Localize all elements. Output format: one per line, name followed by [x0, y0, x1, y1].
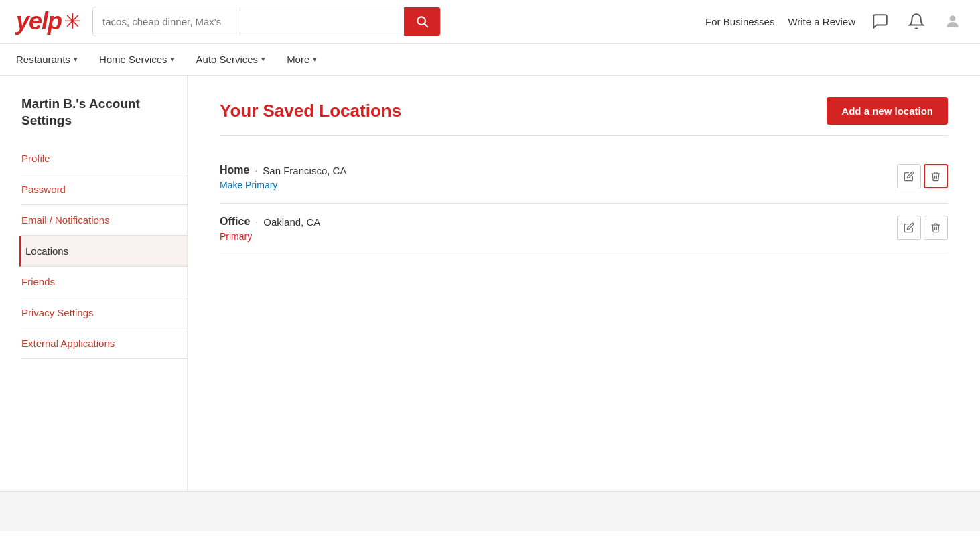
- chevron-down-icon: ▾: [74, 55, 78, 64]
- nav-item-auto-services[interactable]: Auto Services ▾: [196, 44, 266, 75]
- nav-item-more[interactable]: More ▾: [287, 44, 317, 75]
- nav-item-restaurants[interactable]: Restaurants ▾: [16, 44, 78, 75]
- main-content: Your Saved Locations Add a new location …: [188, 76, 980, 491]
- write-review-link[interactable]: Write a Review: [788, 16, 855, 27]
- delete-location-button-office[interactable]: [924, 216, 948, 240]
- location-item-office: Office · Oakland, CA Primary: [220, 204, 948, 255]
- sidebar-item-locations[interactable]: Locations: [19, 236, 187, 267]
- location-buttons-office: [897, 216, 948, 240]
- chevron-down-icon: ▾: [171, 55, 175, 64]
- for-businesses-link[interactable]: For Businesses: [705, 16, 774, 27]
- make-primary-link-home[interactable]: Make Primary: [220, 180, 277, 190]
- sidebar-link-profile[interactable]: Profile: [21, 143, 187, 174]
- svg-point-2: [950, 15, 956, 21]
- sidebar-item-privacy-settings[interactable]: Privacy Settings: [21, 297, 187, 328]
- sidebar-nav: Profile Password Email / Notifications L…: [21, 143, 187, 359]
- user-avatar-button[interactable]: [941, 10, 964, 33]
- chevron-down-icon: ▾: [313, 55, 317, 64]
- location-name-row-office: Office · Oakland, CA: [220, 216, 320, 228]
- trash-icon: [930, 171, 941, 182]
- yelp-logo[interactable]: yelp ✳: [16, 9, 82, 34]
- page-title: Your Saved Locations: [220, 100, 401, 121]
- main-header: Your Saved Locations Add a new location: [220, 97, 948, 136]
- sidebar-item-friends[interactable]: Friends: [21, 267, 187, 297]
- site-header: yelp ✳ San Francisco, CA For Businesses …: [0, 0, 980, 44]
- location-dot-office: ·: [255, 216, 258, 227]
- location-name-home: Home: [220, 164, 249, 176]
- location-info-office: Office · Oakland, CA Primary: [220, 216, 320, 243]
- messages-icon: [871, 13, 889, 30]
- search-where-input[interactable]: San Francisco, CA: [240, 7, 404, 36]
- sidebar-title: Martin B.'s Account Settings: [21, 96, 187, 129]
- nav-label-more: More: [287, 54, 309, 65]
- logo-burst-icon: ✳: [64, 9, 82, 34]
- search-what-input[interactable]: [93, 7, 240, 36]
- location-address-home: San Francisco, CA: [263, 165, 346, 176]
- nav-item-home-services[interactable]: Home Services ▾: [99, 44, 175, 75]
- account-sidebar: Martin B.'s Account Settings Profile Pas…: [0, 76, 188, 491]
- svg-line-1: [425, 24, 428, 27]
- nav-label-home-services: Home Services: [99, 54, 167, 65]
- main-nav: Restaurants ▾ Home Services ▾ Auto Servi…: [0, 44, 980, 76]
- edit-location-button-home[interactable]: [897, 164, 921, 188]
- location-item-home: Home · San Francisco, CA Make Primary: [220, 152, 948, 204]
- sidebar-link-password[interactable]: Password: [21, 174, 187, 204]
- user-icon: [944, 13, 961, 30]
- location-name-office: Office: [220, 216, 250, 228]
- header-links: For Businesses Write a Review: [705, 10, 964, 33]
- messages-button[interactable]: [869, 10, 892, 33]
- search-button[interactable]: [404, 7, 440, 36]
- location-address-office: Oakland, CA: [263, 216, 320, 228]
- edit-icon: [904, 222, 914, 233]
- sidebar-item-password[interactable]: Password: [21, 174, 187, 205]
- bell-icon: [908, 13, 925, 30]
- location-dot-home: ·: [255, 165, 257, 176]
- nav-label-restaurants: Restaurants: [16, 54, 70, 65]
- delete-location-button-home[interactable]: [924, 164, 948, 188]
- sidebar-link-friends[interactable]: Friends: [21, 267, 187, 297]
- nav-label-auto-services: Auto Services: [196, 54, 259, 65]
- edit-icon: [904, 171, 914, 182]
- sidebar-item-external-applications[interactable]: External Applications: [21, 328, 187, 359]
- trash-icon: [930, 222, 941, 233]
- logo-text: yelp: [16, 9, 62, 33]
- location-info-home: Home · San Francisco, CA Make Primary: [220, 164, 346, 191]
- sidebar-link-email-notifications[interactable]: Email / Notifications: [21, 205, 187, 235]
- sidebar-item-profile[interactable]: Profile: [21, 143, 187, 174]
- location-name-row-home: Home · San Francisco, CA: [220, 164, 346, 176]
- chevron-down-icon: ▾: [261, 55, 265, 64]
- sidebar-item-email-notifications[interactable]: Email / Notifications: [21, 205, 187, 236]
- search-bar: San Francisco, CA: [92, 7, 441, 36]
- sidebar-link-external-applications[interactable]: External Applications: [21, 328, 187, 358]
- edit-location-button-office[interactable]: [897, 216, 921, 240]
- location-buttons-home: [897, 164, 948, 188]
- page-footer: [0, 491, 980, 531]
- page-content: Martin B.'s Account Settings Profile Pas…: [0, 76, 980, 491]
- notifications-button[interactable]: [905, 10, 928, 33]
- sidebar-link-privacy-settings[interactable]: Privacy Settings: [21, 297, 187, 328]
- sidebar-link-locations[interactable]: Locations: [21, 236, 187, 266]
- search-icon: [415, 15, 429, 28]
- add-location-button[interactable]: Add a new location: [827, 97, 948, 125]
- primary-label-office: Primary: [220, 231, 252, 242]
